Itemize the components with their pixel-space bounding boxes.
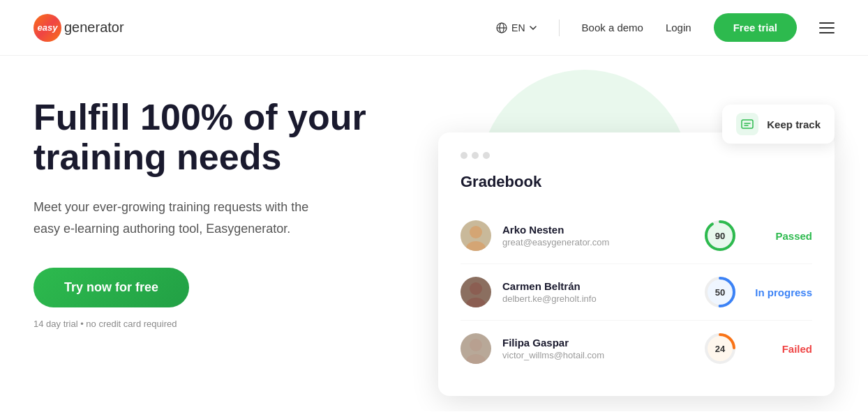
hero-right: Keep track Gradebook Arko Nesten great@e… <box>424 91 835 411</box>
student-email: delbert.ke@greholt.info <box>502 293 691 304</box>
dot-3 <box>483 152 490 159</box>
avatar <box>461 220 491 251</box>
hero-left: Fulfill 100% of your training needs Meet… <box>33 91 424 329</box>
student-row: Carmen Beltrán delbert.ke@greholt.info 5… <box>461 264 812 321</box>
gradebook-card: Gradebook Arko Nesten great@easygenerato… <box>438 132 835 396</box>
hamburger-line-3 <box>819 32 835 33</box>
keep-track-pill: Keep track <box>722 105 835 144</box>
lang-label: EN <box>511 22 525 33</box>
login-link[interactable]: Login <box>666 22 691 33</box>
hero-subtitle: Meet your ever-growing training requests… <box>33 197 313 239</box>
free-trial-button[interactable]: Free trial <box>714 13 797 42</box>
hamburger-line-2 <box>819 27 835 29</box>
student-name: Carmen Beltrán <box>502 280 691 292</box>
svg-text:24: 24 <box>715 344 726 354</box>
svg-rect-3 <box>742 120 753 128</box>
svg-point-4 <box>470 226 482 238</box>
student-row: Arko Nesten great@easygenerator.com 90 P… <box>461 208 812 264</box>
try-now-button[interactable]: Try now for free <box>33 268 189 307</box>
hamburger-menu[interactable] <box>819 22 835 33</box>
keep-track-icon <box>736 113 758 135</box>
dot-2 <box>472 152 479 159</box>
student-email: great@easygenerator.com <box>502 237 691 247</box>
dot-1 <box>461 152 467 159</box>
svg-point-11 <box>466 298 486 307</box>
nav-divider <box>559 20 560 36</box>
svg-point-17 <box>466 354 486 364</box>
svg-text:50: 50 <box>715 287 725 298</box>
hero-section: Fulfill 100% of your training needs Meet… <box>0 56 868 411</box>
student-list: Arko Nesten great@easygenerator.com 90 P… <box>461 208 812 376</box>
logo-text: generator <box>64 20 124 36</box>
status-badge: In progress <box>749 287 812 298</box>
student-info: Arko Nesten great@easygenerator.com <box>502 224 691 247</box>
student-email: victor_willms@hotail.com <box>502 350 691 360</box>
trial-note: 14 day trial • no credit card required <box>33 319 424 329</box>
keep-track-label: Keep track <box>767 119 821 130</box>
svg-point-10 <box>470 282 482 295</box>
language-selector[interactable]: EN <box>496 22 536 33</box>
avatar <box>461 333 491 364</box>
nav-right: EN Book a demo Login Free trial <box>496 13 835 42</box>
progress-circle: 50 <box>702 274 738 310</box>
globe-icon <box>496 22 507 33</box>
progress-circle: 90 <box>702 218 738 254</box>
svg-text:90: 90 <box>715 231 725 241</box>
student-name: Arko Nesten <box>502 224 691 236</box>
logo-icon: easy <box>33 14 61 42</box>
student-row: Filipa Gaspar victor_willms@hotail.com 2… <box>461 321 812 376</box>
card-dots <box>461 152 812 159</box>
progress-circle: 24 <box>702 330 738 367</box>
hero-title: Fulfill 100% of your training needs <box>33 98 424 177</box>
svg-point-16 <box>470 339 482 351</box>
chevron-down-icon <box>530 26 537 30</box>
student-info: Carmen Beltrán delbert.ke@greholt.info <box>502 280 691 304</box>
status-badge: Failed <box>749 343 812 355</box>
hamburger-line-1 <box>819 22 835 24</box>
status-badge: Passed <box>749 230 812 242</box>
logo[interactable]: easy generator <box>33 14 124 42</box>
gradebook-title: Gradebook <box>461 173 812 191</box>
student-name: Filipa Gaspar <box>502 337 691 349</box>
avatar <box>461 277 491 307</box>
nav-left: easy generator <box>33 14 124 42</box>
navbar: easy generator EN Book a demo Login Free… <box>0 0 868 56</box>
student-info: Filipa Gaspar victor_willms@hotail.com <box>502 337 691 360</box>
book-demo-link[interactable]: Book a demo <box>582 22 643 33</box>
svg-point-5 <box>466 241 486 251</box>
